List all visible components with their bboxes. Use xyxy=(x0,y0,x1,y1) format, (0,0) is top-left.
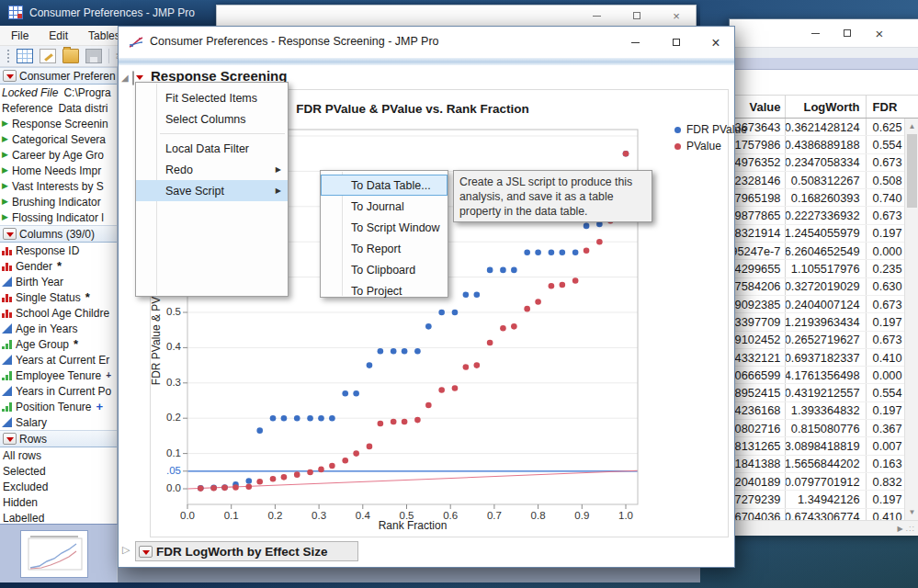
data-point-fdr-pvalue[interactable] xyxy=(256,427,263,434)
table-header-row[interactable]: Value LogWorth FDR xyxy=(730,95,918,119)
close-icon[interactable]: × xyxy=(700,33,731,51)
sidebar-column-item[interactable]: Employee Tenure+ xyxy=(0,368,117,383)
data-point-pvalue[interactable] xyxy=(487,340,493,346)
table-row[interactable]: 95247e-76.26046525490.000 xyxy=(730,243,918,260)
sidebar-rows-item[interactable]: Hidden xyxy=(0,494,117,510)
submenu-item-to-project[interactable]: To Project xyxy=(321,280,448,301)
data-point-pvalue[interactable] xyxy=(474,362,481,368)
data-point-pvalue[interactable] xyxy=(549,283,555,289)
table-cell[interactable]: 02328146 xyxy=(730,172,786,188)
minimize-icon[interactable] xyxy=(619,33,651,51)
table-cell[interactable]: 71841388 xyxy=(730,456,786,472)
data-point-fdr-pvalue[interactable] xyxy=(367,362,373,368)
table-cell[interactable]: 0.3272019029 xyxy=(786,278,866,295)
table-cell[interactable]: 1.2193963434 xyxy=(786,313,866,330)
data-point-fdr-pvalue[interactable] xyxy=(560,249,566,255)
sidebar-script-item[interactable]: ▶Home Needs Impr xyxy=(0,163,117,178)
table-cell[interactable]: 0.2227336932 xyxy=(786,207,866,223)
table-cell[interactable]: 0.3621428124 xyxy=(786,119,866,135)
column-header-value[interactable]: Value xyxy=(730,96,786,118)
table-cell[interactable]: 1.2454055979 xyxy=(786,225,866,242)
maximize-icon[interactable] xyxy=(661,33,692,51)
table-cell[interactable]: 0.6743306774 xyxy=(786,509,866,520)
table-row[interactable]: 243321210.69371823370.410 xyxy=(730,349,918,367)
data-point-fdr-pvalue[interactable] xyxy=(487,267,493,274)
table-cell[interactable]: 47279239 xyxy=(730,491,786,507)
table-row[interactable]: 472792391.349421260.197 xyxy=(730,491,918,508)
data-point-fdr-pvalue[interactable] xyxy=(463,292,470,299)
menu-edit[interactable]: Edit xyxy=(49,29,68,42)
data-point-fdr-pvalue[interactable] xyxy=(511,267,517,274)
sidebar-column-item[interactable]: Age in Years xyxy=(0,321,117,336)
fdr-logworth-outline[interactable]: FDR LogWorth by Effect Size xyxy=(135,541,358,561)
data-point-pvalue[interactable] xyxy=(342,458,348,464)
column-header-fdr[interactable]: FDR xyxy=(867,96,918,118)
data-point-pvalue[interactable] xyxy=(270,476,277,482)
table-cell[interactable]: 0.168260393 xyxy=(786,189,866,206)
close-icon[interactable]: × xyxy=(663,7,690,24)
table-row[interactable]: 042361681.3933648320.197 xyxy=(730,402,918,420)
open-folder-icon[interactable] xyxy=(62,49,79,63)
sidebar-script-item[interactable]: ▶Categorical Severa xyxy=(0,131,117,147)
table-cell[interactable]: 95247e-7 xyxy=(730,243,786,259)
table-cell[interactable]: 08131265 xyxy=(730,437,786,454)
data-point-pvalue[interactable] xyxy=(294,471,300,478)
window-list-pane[interactable] xyxy=(0,524,118,582)
table-cell[interactable]: 98952415 xyxy=(730,384,786,401)
sidebar-column-item[interactable]: Age Group* xyxy=(0,336,117,352)
table-row[interactable]: 417579860.43868891880.554 xyxy=(730,136,918,153)
data-point-fdr-pvalue[interactable] xyxy=(245,478,252,484)
data-point-fdr-pvalue[interactable] xyxy=(318,415,324,422)
red-triangle-menu-icon[interactable] xyxy=(139,546,153,558)
script-run-icon[interactable]: ▶ xyxy=(2,135,8,143)
data-point-pvalue[interactable] xyxy=(391,419,397,425)
minimize-icon[interactable] xyxy=(583,7,610,24)
data-point-pvalue[interactable] xyxy=(353,450,359,457)
script-run-icon[interactable]: ▶ xyxy=(2,198,8,206)
data-point-fdr-pvalue[interactable] xyxy=(549,249,555,255)
sidebar-rows-item[interactable]: All rows xyxy=(0,447,117,463)
menu-item-redo[interactable]: Redo▶ xyxy=(136,159,288,180)
table-row[interactable]: 342996551.1055179760.235 xyxy=(730,260,918,277)
table-cell[interactable]: 03397709 xyxy=(730,313,786,330)
table-body[interactable]: 436736430.36214281240.625417579860.43868… xyxy=(730,119,918,520)
data-point-fdr-pvalue[interactable] xyxy=(402,348,408,355)
sidebar-script-item[interactable]: ▶Career by Age Gro xyxy=(0,147,117,163)
table-cell[interactable]: 30802716 xyxy=(730,420,786,436)
table-row[interactable]: 167040360.67433067740.410 xyxy=(730,509,918,520)
table-cell[interactable]: 3.0898418819 xyxy=(786,437,866,454)
data-point-fdr-pvalue[interactable] xyxy=(353,390,359,397)
data-point-pvalue[interactable] xyxy=(535,299,541,305)
import-icon[interactable] xyxy=(40,49,56,63)
data-point-pvalue[interactable] xyxy=(414,417,421,424)
menu-item-fit-selected-items[interactable]: Fit Selected Items xyxy=(136,87,288,108)
data-point-fdr-pvalue[interactable] xyxy=(474,292,481,299)
scrollbar-thumb[interactable] xyxy=(907,134,917,208)
table-cell[interactable]: 24332121 xyxy=(730,349,786,366)
script-run-icon[interactable]: ▶ xyxy=(2,166,8,175)
submenu-item-to-clipboard[interactable]: To Clipboard xyxy=(321,259,448,280)
rows-panel-header[interactable]: Rows xyxy=(0,430,117,447)
red-triangle-menu-icon[interactable] xyxy=(3,228,17,240)
sidebar-script-item[interactable]: ▶Brushing Indicator xyxy=(0,194,117,209)
table-cell[interactable]: 0.0797701912 xyxy=(786,473,866,490)
script-run-icon[interactable]: ▶ xyxy=(2,213,8,221)
table-row[interactable]: 006665994.17613564980.000 xyxy=(730,367,918,384)
table-cell[interactable]: 0.2347058334 xyxy=(786,154,866,171)
menu-item-save-script[interactable]: Save Script▶ xyxy=(136,180,288,201)
data-point-fdr-pvalue[interactable] xyxy=(572,249,579,255)
table-cell[interactable]: 34299655 xyxy=(730,260,786,277)
data-point-pvalue[interactable] xyxy=(596,239,603,245)
column-header-logworth[interactable]: LogWorth xyxy=(786,96,866,118)
table-cell[interactable]: 4.1761356498 xyxy=(786,367,866,383)
data-point-fdr-pvalue[interactable] xyxy=(535,249,541,255)
table-row[interactable]: 718413881.56568442020.163 xyxy=(730,456,918,473)
sidebar-column-item[interactable]: Birth Year xyxy=(0,274,117,289)
data-point-fdr-pvalue[interactable] xyxy=(414,348,421,355)
table-cell[interactable]: 49092385 xyxy=(730,296,786,312)
sidebar-column-item[interactable]: Gender* xyxy=(0,258,117,274)
sidebar-script-item[interactable]: ▶Flossing Indicator l xyxy=(0,209,117,225)
data-point-pvalue[interactable] xyxy=(221,485,228,492)
data-point-fdr-pvalue[interactable] xyxy=(452,310,459,316)
data-point-fdr-pvalue[interactable] xyxy=(307,415,313,422)
